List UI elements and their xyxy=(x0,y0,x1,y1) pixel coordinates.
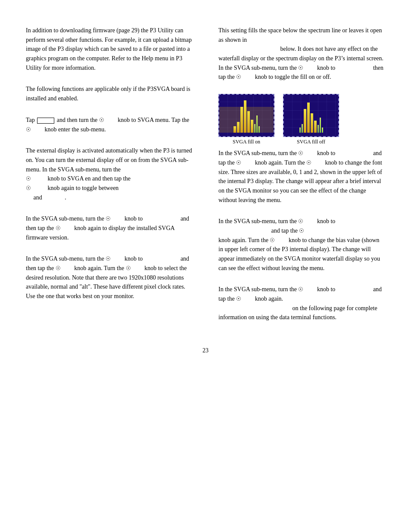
p3svga-note-section: The following functions are applicable o… xyxy=(26,84,193,103)
knob-sym-font1: ☉ xyxy=(298,149,303,158)
knob-sym-bias3: ☉ xyxy=(270,236,275,245)
blank-space-1 xyxy=(106,117,116,123)
tap-label: Tap xyxy=(26,117,35,123)
knob-sym-res2: ☉ xyxy=(56,264,61,273)
knob-to-label: knob to SVGA menu. Tap the xyxy=(118,117,189,123)
knob-sym-ext2: ☉ xyxy=(26,184,31,193)
knob-sym-dt1: ☉ xyxy=(298,285,303,294)
data-terminal-section: In the SVGA sub-menu, turn the ☉ knob to… xyxy=(218,285,385,322)
data-terminal-text: In the SVGA sub-menu, turn the ☉ knob to… xyxy=(218,285,385,322)
fill-setting-text: This setting fills the space below the s… xyxy=(218,26,385,82)
knob-enter-label: knob enter the sub-menu. xyxy=(45,126,106,133)
fill-off-image-container: SVGA fill off xyxy=(283,94,339,145)
knob-symbol-1: ☉ xyxy=(99,116,104,124)
knob-sym-font2: ☉ xyxy=(236,159,241,167)
tap-turn-text: Tap and then turn the ☉ knob to SVGA men… xyxy=(26,115,193,134)
knob-sym-dt2: ☉ xyxy=(236,295,241,303)
knob-sym-res1: ☉ xyxy=(106,255,111,263)
fill-on-image-container: SVGA fill on xyxy=(218,94,274,145)
tap-turn-section: Tap and then turn the ☉ knob to SVGA men… xyxy=(26,115,193,134)
resolution-text: In the SVGA sub-menu, turn the ☉ knob to… xyxy=(26,254,193,301)
external-display-text: The external display is activated automa… xyxy=(26,146,193,202)
then-turn-label: and then turn the xyxy=(57,117,97,123)
blank-space-2 xyxy=(33,126,44,133)
knob-sym-fw2: ☉ xyxy=(56,224,61,233)
firmware-version-text: In the SVGA sub-menu, turn the ☉ knob to… xyxy=(26,214,193,242)
fill-setting-section: This setting fills the space below the s… xyxy=(218,26,385,82)
external-display-section: The external display is activated automa… xyxy=(26,146,193,202)
font-size-text: In the SVGA sub-menu, turn the ☉ knob to… xyxy=(218,149,385,205)
knob-sym-fill2: ☉ xyxy=(236,73,241,81)
left-column: In addition to downloading firmware (pag… xyxy=(26,26,197,334)
fill-on-image xyxy=(218,94,274,137)
page: In addition to downloading firmware (pag… xyxy=(0,0,411,532)
fill-off-label: SVGA fill off xyxy=(283,139,339,145)
bias-section: In the SVGA sub-menu, turn the ☉ knob to… xyxy=(218,217,385,273)
p3-utility-section: In addition to downloading firmware (pag… xyxy=(26,26,193,72)
firmware-version-section: In the SVGA sub-menu, turn the ☉ knob to… xyxy=(26,214,193,242)
two-column-layout: In addition to downloading firmware (pag… xyxy=(26,26,385,334)
fill-off-bars xyxy=(284,98,338,133)
p3-utility-text: In addition to downloading firmware (pag… xyxy=(26,26,193,72)
fill-on-bars xyxy=(219,98,274,133)
knob-sym-fill1: ☉ xyxy=(298,64,303,72)
bias-text: In the SVGA sub-menu, turn the ☉ knob to… xyxy=(218,217,385,273)
inline-box xyxy=(37,118,54,124)
knob-sym-bias2: ☉ xyxy=(299,227,304,235)
resolution-section: In the SVGA sub-menu, turn the ☉ knob to… xyxy=(26,254,193,301)
font-size-section: In the SVGA sub-menu, turn the ☉ knob to… xyxy=(218,149,385,205)
right-column: This setting fills the space below the s… xyxy=(214,26,385,334)
knob-sym-res3: ☉ xyxy=(126,264,131,273)
knob-sym-bias1: ☉ xyxy=(298,217,303,226)
p3svga-note-text: The following functions are applicable o… xyxy=(26,84,193,103)
knob-symbol-2: ☉ xyxy=(26,125,31,134)
spectrum-images: SVGA fill on xyxy=(218,94,385,145)
fill-on-label: SVGA fill on xyxy=(218,139,274,145)
page-number: 23 xyxy=(26,347,385,354)
knob-sym-font3: ☉ xyxy=(306,159,311,167)
fill-off-image xyxy=(283,94,339,137)
knob-sym-ext1: ☉ xyxy=(26,174,31,183)
knob-sym-fw1: ☉ xyxy=(106,215,111,223)
